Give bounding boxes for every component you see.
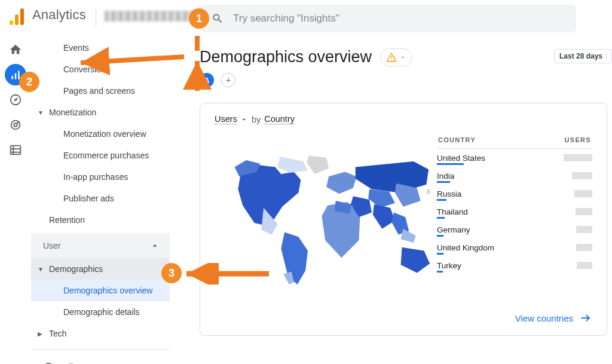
sidebar-item-monetization-overview[interactable]: Monetization overview (31, 123, 170, 145)
sidebar-group-tech[interactable]: ▶Tech (31, 323, 170, 344)
users-value (564, 154, 592, 161)
sidebar-item-events[interactable]: Events (31, 37, 170, 59)
property-selector[interactable] (105, 11, 194, 22)
by-label: by (252, 115, 261, 124)
sidebar-item-label: Monetization (49, 108, 96, 117)
svg-rect-2 (20, 8, 24, 25)
rail-configure[interactable] (0, 137, 31, 163)
sidebar-item-label: Demographics overview (63, 286, 152, 295)
sidebar-group-retention[interactable]: Retention (31, 209, 170, 231)
table-row[interactable]: United States (437, 149, 592, 167)
table-row[interactable]: Russia (437, 185, 592, 203)
caret-down-icon: ▼ (38, 109, 44, 116)
svg-rect-6 (11, 146, 21, 155)
date-range-label: Last 28 days (559, 52, 602, 60)
sidebar-item-label: Demographics (49, 264, 103, 274)
report-sidebar: Events Conversions Pages and screens ▼Mo… (31, 37, 170, 364)
country-name: Germany (437, 225, 470, 234)
sidebar-item-label: Conversions (63, 65, 110, 74)
chevron-down-icon (400, 54, 406, 60)
sidebar-item-conversions[interactable]: Conversions (31, 59, 170, 80)
explore-icon (9, 93, 22, 106)
sidebar-item-label: Publisher ads (63, 194, 114, 203)
world-choropleth-map[interactable] (224, 151, 433, 292)
rows-icon (9, 143, 22, 157)
value-bar (437, 235, 443, 237)
sidebar-item-inapp[interactable]: In-app purchases (31, 166, 170, 188)
table-row[interactable]: Germany (437, 221, 592, 238)
sidebar-item-label: Retention (49, 215, 85, 225)
add-comparison-button[interactable]: + (221, 73, 235, 87)
bar-chart-icon (10, 69, 22, 81)
folder-icon (45, 362, 56, 364)
brand-label: Analytics (32, 7, 86, 23)
rail-home[interactable] (0, 37, 31, 62)
comparison-badge-a[interactable]: A (200, 73, 214, 87)
value-bar (437, 181, 450, 183)
header-separator (96, 9, 96, 27)
country-name: India (437, 172, 454, 181)
sidebar-item-label: Events (63, 43, 89, 53)
nav-rail (0, 37, 31, 364)
value-bar (437, 163, 464, 165)
sidebar-group-demographics[interactable]: ▼Demographics (31, 258, 170, 280)
sidebar-library[interactable]: Library (31, 354, 170, 364)
sidebar-item-label: Tech (49, 329, 67, 338)
chevron-down-icon (240, 115, 248, 124)
table-header-dimension: COUNTRY (438, 136, 476, 143)
sidebar-item-ecommerce[interactable]: Ecommerce purchases (31, 145, 170, 166)
top-bar: Analytics Try searching "Insights" (0, 0, 612, 37)
country-name: Russia (437, 189, 461, 198)
chevron-up-icon (149, 240, 160, 251)
metric-selector[interactable]: Users (215, 114, 237, 124)
svg-rect-0 (10, 20, 13, 25)
country-name: United Kingdom (437, 243, 494, 252)
search-icon (212, 13, 224, 25)
value-bar (437, 199, 446, 201)
sidebar-item-demographics-overview[interactable]: Demographics overview (31, 280, 170, 301)
caret-right-icon: ▶ (38, 331, 42, 337)
data-quality-pill[interactable] (380, 48, 412, 66)
sidebar-item-publisher[interactable]: Publisher ads (31, 188, 170, 209)
users-value (574, 190, 592, 197)
view-countries-link[interactable]: View countries (515, 311, 592, 325)
users-value (572, 172, 592, 179)
rail-explore[interactable] (0, 87, 31, 112)
caret-down-icon: ▼ (38, 266, 44, 273)
country-name: Thailand (437, 207, 468, 216)
country-name: United States (437, 154, 485, 163)
date-range-picker[interactable]: Last 28 days (554, 49, 612, 63)
rail-reports[interactable] (0, 62, 31, 87)
table-row[interactable]: India (437, 167, 592, 185)
sidebar-item-label: Monetization overview (63, 129, 146, 139)
sidebar-item-label: Pages and screens (63, 86, 135, 96)
table-row[interactable]: Thailand (437, 203, 592, 221)
rail-ads[interactable] (0, 112, 31, 137)
sidebar-group-monetization[interactable]: ▼Monetization (31, 102, 170, 123)
table-row[interactable]: United Kingdom (437, 238, 592, 256)
view-countries-label: View countries (515, 313, 573, 323)
ga-logo-icon (8, 7, 25, 29)
page-title: Demographics overview (200, 48, 372, 66)
country-table: COUNTRY USERS United StatesIndiaRussiaTh… (437, 136, 592, 274)
value-bar (437, 217, 445, 219)
search-placeholder: Try searching "Insights" (233, 13, 339, 25)
sidebar-section-label: User (43, 241, 61, 250)
search-bar[interactable]: Try searching "Insights" (201, 5, 576, 32)
table-row[interactable]: Turkey (437, 256, 592, 274)
users-by-country-card: Users by Country (200, 103, 607, 336)
target-icon (9, 118, 22, 131)
sidebar-section-user[interactable]: User (31, 233, 170, 258)
sidebar-item-label: In-app purchases (63, 172, 128, 182)
sidebar-item-label: Ecommerce purchases (63, 151, 149, 160)
dimension-selector[interactable]: Country (264, 114, 295, 124)
arrow-right-icon (579, 311, 592, 325)
svg-rect-1 (15, 14, 19, 25)
sidebar-item-pages[interactable]: Pages and screens (31, 80, 170, 102)
users-value (576, 226, 592, 233)
home-icon (9, 43, 22, 56)
users-value (576, 244, 592, 251)
sidebar-item-demographic-details[interactable]: Demographic details (31, 301, 170, 323)
users-value (577, 262, 592, 269)
svg-point-11 (391, 59, 392, 60)
